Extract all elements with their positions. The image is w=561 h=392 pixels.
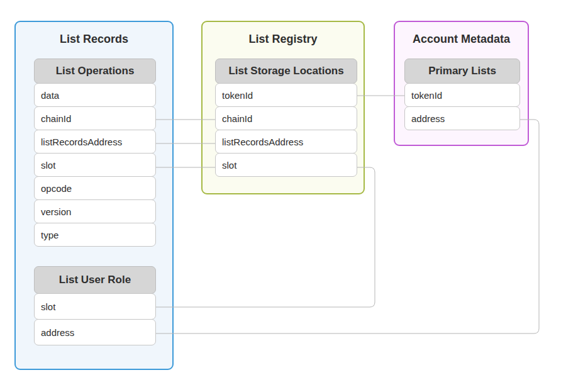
field-row-opcode: opcode (34, 176, 156, 200)
entity-list-user-role: List User Role slot address (34, 266, 156, 345)
field-row-version: version (34, 199, 156, 223)
entity-list-operations: List Operations data chainId listRecords… (34, 59, 156, 247)
field-row-type: type (34, 223, 156, 247)
group-title-list-registry: List Registry (203, 33, 364, 46)
entity-header-primary-lists: Primary Lists (404, 59, 520, 84)
entity-list-storage-locations: List Storage Locations tokenId chainId l… (215, 59, 357, 177)
field-row-slot: slot (215, 153, 357, 177)
group-title-account-metadata: Account Metadata (395, 33, 528, 46)
field-row-tokenid: tokenId (215, 83, 357, 107)
field-row-tokenid: tokenId (404, 83, 520, 107)
entity-header-list-user-role: List User Role (34, 266, 156, 294)
field-row-chainid: chainId (215, 106, 357, 130)
field-row-listrecordsaddress: listRecordsAddress (34, 130, 156, 154)
entity-header-list-storage-locations: List Storage Locations (215, 59, 357, 84)
field-row-address: address (34, 319, 156, 345)
field-row-slot: slot (34, 153, 156, 177)
group-title-list-records: List Records (16, 33, 172, 46)
diagram-canvas: List Records List Registry Account Metad… (0, 0, 561, 392)
field-row-slot: slot (34, 293, 156, 320)
field-row-address: address (404, 106, 520, 130)
field-row-listrecordsaddress: listRecordsAddress (215, 130, 357, 154)
field-row-chainid: chainId (34, 106, 156, 130)
field-row-data: data (34, 83, 156, 107)
entity-header-list-operations: List Operations (34, 59, 156, 84)
entity-primary-lists: Primary Lists tokenId address (404, 59, 520, 130)
